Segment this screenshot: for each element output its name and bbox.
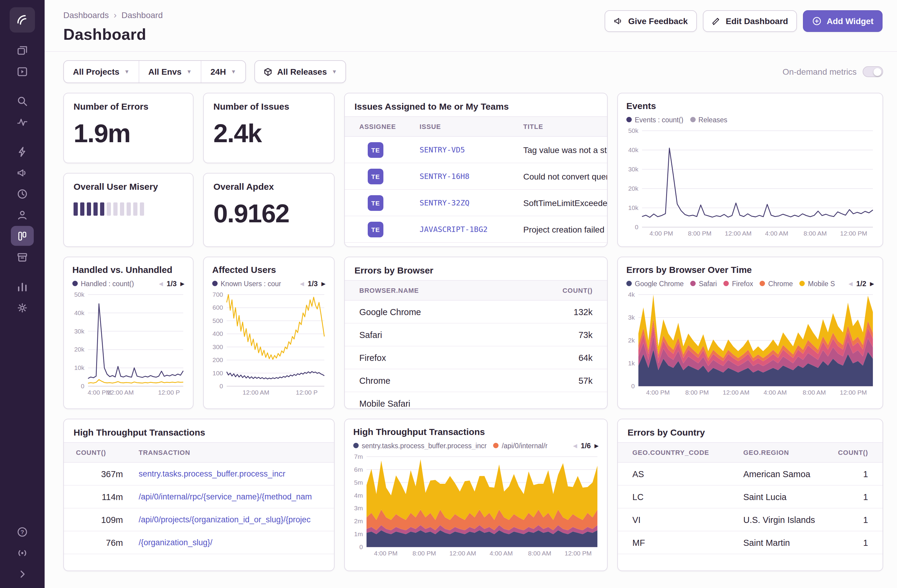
widget-issues-assigned: Issues Assigned to Me or My Teams Assign… (344, 93, 608, 247)
legend-item[interactable]: Chrome (760, 280, 793, 287)
sidebar-item-dashboards[interactable] (11, 226, 34, 246)
sidebar-item-replays[interactable] (11, 184, 34, 204)
column-header: geo.country_code (632, 449, 743, 456)
breadcrumb-dashboards-link[interactable]: Dashboards (63, 10, 109, 20)
svg-text:500: 500 (213, 317, 223, 324)
legend-item[interactable]: Releases (690, 116, 727, 123)
prev-page-button[interactable]: ◀ (300, 281, 304, 287)
transaction-link[interactable]: /{organization_slug}/ (139, 538, 323, 547)
legend-item[interactable]: Known Users : cour (212, 280, 281, 287)
releases-filter[interactable]: All Releases ▼ (254, 60, 346, 83)
transaction-link[interactable]: /api/0/internal/rpc/{service_name}/{meth… (139, 492, 323, 501)
svg-text:0: 0 (631, 383, 635, 389)
widget-errors-by-browser-over-time: Errors by Browser Over Time Google Chrom… (617, 257, 883, 409)
table-row[interactable]: TESENTRY-32ZQSoftTimeLimitExceeded (345, 190, 607, 216)
project-filter[interactable]: All Projects▼ (64, 61, 139, 82)
issue-link[interactable]: SENTRY-32ZQ (419, 198, 523, 207)
affected-users-chart[interactable]: 010020030040050060070012:00 AM12:00 P (206, 290, 331, 397)
legend-dot (72, 281, 78, 286)
prev-page-button[interactable]: ◀ (848, 281, 853, 287)
svg-text:12:00 AM: 12:00 AM (725, 230, 752, 237)
sidebar-item-profiling[interactable] (11, 205, 34, 225)
legend-pagination: ◀1/3▶ (159, 279, 184, 288)
next-page-button[interactable]: ▶ (870, 281, 874, 287)
table-row[interactable]: TEJAVASCRIPT-1BG2Project creation failed (345, 216, 607, 243)
issue-link[interactable]: SENTRY-VD5 (419, 145, 523, 154)
sidebar-item-search[interactable] (11, 91, 34, 111)
table-row[interactable]: VIU.S. Virgin Islands1 (618, 509, 883, 531)
table-row[interactable]: TESENTRY-VD5Tag value was not a strin (345, 137, 607, 163)
next-page-button[interactable]: ▶ (321, 281, 326, 287)
transaction-link[interactable]: sentry.tasks.process_buffer.process_incr (139, 469, 323, 478)
table-row[interactable]: Mobile Safari (345, 392, 607, 409)
legend-item[interactable]: Events : count() (626, 116, 683, 123)
table-row[interactable]: Google Chrome132k (345, 301, 607, 324)
table-row[interactable]: 109m/api/0/projects/{organization_id_or_… (64, 509, 334, 531)
events-chart[interactable]: 010k20k30k40k50k4:00 PM8:00 PM12:00 AM4:… (620, 126, 879, 238)
widget-handled-vs-unhandled: Handled vs. Unhandled Handled : count()◀… (63, 257, 193, 409)
add-widget-button[interactable]: Add Widget (803, 10, 883, 32)
svg-text:8:00 PM: 8:00 PM (685, 389, 709, 396)
whats-new-button[interactable] (11, 543, 34, 563)
table-row[interactable]: LCSaint Lucia1 (618, 486, 883, 509)
date-range-filter[interactable]: 24H▼ (201, 61, 245, 82)
table-row[interactable]: 76m/{organization_slug}/ (64, 531, 334, 554)
collapse-sidebar-button[interactable] (11, 564, 34, 584)
issue-link[interactable]: SENTRY-16H8 (419, 172, 523, 181)
sidebar-bottom-group: ? (11, 521, 34, 584)
next-page-button[interactable]: ▶ (180, 281, 184, 287)
toggle-knob (874, 68, 881, 76)
chart-header: Events Events : count()Releases (618, 93, 883, 125)
sidebar-item-explore[interactable] (11, 61, 34, 81)
assignee-avatar: TE (368, 221, 383, 237)
legend-dot (760, 281, 765, 286)
svg-text:4k: 4k (628, 291, 635, 298)
high-throughput-chart[interactable]: 01m2m3m4m5m6m7m4:00 PM8:00 PM12:00 AM4:0… (347, 452, 603, 558)
widget-events: Events Events : count()Releases 010k20k3… (617, 93, 883, 247)
svg-text:0: 0 (635, 223, 638, 231)
legend-item[interactable]: Firefox (723, 280, 753, 287)
dashboards-icon (16, 230, 28, 242)
transactions-table-body: 367msentry.tasks.process_buffer.process_… (64, 463, 334, 554)
next-page-button[interactable]: ▶ (594, 443, 599, 449)
legend-item[interactable]: Safari (690, 280, 717, 287)
legend-item[interactable]: /api/0/internal/r (493, 442, 548, 449)
table-row[interactable]: TESENTRY-16H8Could not convert query (345, 163, 607, 190)
give-feedback-button[interactable]: Give Feedback (605, 10, 697, 32)
table-row[interactable]: Chrome57k (345, 369, 607, 392)
sidebar-item-projects[interactable] (11, 40, 34, 60)
svg-text:300: 300 (213, 344, 223, 350)
table-row[interactable]: Safari73k (345, 324, 607, 347)
errors-by-browser-chart[interactable]: 01k2k3k4k4:00 PM8:00 PM12:00 AM4:00 AM8:… (620, 290, 879, 397)
table-row[interactable]: 367msentry.tasks.process_buffer.process_… (64, 463, 334, 486)
legend-item[interactable]: Mobile S (800, 280, 835, 287)
environment-filter[interactable]: All Envs▼ (139, 61, 201, 82)
chevron-right-icon (16, 568, 28, 580)
table-row[interactable]: MFSaint Martin1 (618, 531, 883, 554)
help-button[interactable]: ? (11, 522, 34, 542)
issue-link[interactable]: JAVASCRIPT-1BG2 (419, 225, 523, 234)
svg-text:3k: 3k (628, 314, 635, 321)
table-row[interactable]: 114m/api/0/internal/rpc/{service_name}/{… (64, 486, 334, 509)
handled-chart[interactable]: 010k20k30k40k50k4:00 PM12:00 AM12:00 P (66, 290, 189, 397)
sidebar-item-alerts[interactable] (11, 142, 34, 162)
edit-dashboard-button[interactable]: Edit Dashboard (703, 10, 797, 32)
sidebar-item-settings[interactable] (11, 298, 34, 318)
sidebar-item-feedback[interactable] (11, 163, 34, 183)
sidebar-item-releases[interactable] (11, 247, 34, 267)
sidebar-item-stats[interactable] (11, 276, 34, 296)
legend-item[interactable]: Handled : count() (72, 280, 134, 287)
table-row[interactable]: ASAmerican Samoa1 (618, 463, 883, 486)
transaction-link[interactable]: /api/0/projects/{organization_id_or_slug… (139, 515, 323, 524)
prev-page-button[interactable]: ◀ (573, 443, 577, 449)
app-root: ? Dashboards › Dashbo (0, 0, 897, 588)
sentry-logo[interactable] (10, 7, 35, 32)
prev-page-button[interactable]: ◀ (159, 281, 163, 287)
on-demand-metrics-toggle[interactable] (863, 66, 883, 77)
country-code: AS (632, 469, 743, 479)
legend-item[interactable]: sentry.tasks.process_buffer.process_incr (353, 442, 487, 449)
sentry-logo-icon (16, 13, 29, 26)
table-row[interactable]: Firefox64k (345, 347, 607, 369)
legend-item[interactable]: Google Chrome (626, 280, 684, 287)
sidebar-item-traces[interactable] (11, 112, 34, 132)
